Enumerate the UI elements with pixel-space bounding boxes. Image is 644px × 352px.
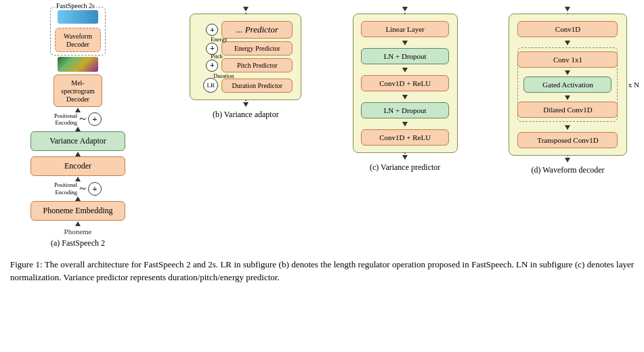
dilated-conv1d-label: Dilated Conv1D	[543, 106, 592, 114]
subfig-c: Linear Layer LN + Dropout Conv1D + ReLU	[346, 7, 465, 173]
variance-adaptor-diagram: + ... Predictor Energy + Energy Predicto…	[190, 14, 301, 100]
arrow-connector-6	[75, 221, 81, 226]
subfig-d: Conv1D Conv 1x1	[502, 7, 634, 175]
subfig-b-label: (b) Variance adaptor	[213, 110, 279, 120]
conv1d-relu-label-2: Conv1D + ReLU	[379, 133, 431, 141]
conv1d-relu-box-1: Conv1D + ReLU	[361, 75, 449, 91]
squiggle-1: ~	[79, 113, 86, 125]
energy-predictor-label: Energy Predictor	[234, 45, 280, 52]
waveform-label: Waveform Decoder	[64, 32, 92, 48]
conv1d-relu-label-1: Conv1D + ReLU	[379, 79, 431, 87]
subfig-d-label: (d) Waveform decoder	[531, 165, 604, 175]
fastspeech2s-box: FastSpeech 2s Waveform Decoder	[50, 7, 106, 56]
subfig-a-label: (a) FastSpeech 2	[51, 238, 105, 248]
gated-activation-box: Gated Activation	[523, 76, 611, 93]
c-v-arrow-1	[402, 41, 408, 45]
figure-container: FastSpeech 2s Waveform Decoder Mel-spect…	[10, 7, 634, 284]
ln-dropout-box-2: LN + Dropout	[361, 102, 449, 118]
arrow-connector-2	[75, 126, 81, 131]
duration-predictor-label: Duration Predictor	[232, 82, 282, 89]
pitch-predictor-box: Pitch Predictor	[221, 58, 293, 72]
energy-label: Energy	[211, 36, 227, 43]
conv1d-top-box: Conv1D	[517, 21, 618, 37]
figure-caption: Figure 1: The overall architecture for F…	[10, 254, 634, 284]
squiggle-2: ~	[79, 183, 86, 195]
arrow-connector-1	[75, 107, 81, 112]
d-arrow-bottom	[565, 156, 570, 162]
c-v-arrow-2	[402, 68, 408, 72]
phoneme-label: Phoneme	[64, 227, 92, 236]
fastspeech2s-label: FastSpeech 2s	[55, 2, 96, 9]
waveform-decoder-box: Waveform Decoder	[55, 28, 101, 52]
d-v-arrow-2	[565, 70, 570, 74]
d-v-arrow-1	[565, 41, 570, 44]
conv1d-top-label: Conv1D	[555, 25, 580, 33]
pitch-predictor-label: Pitch Predictor	[237, 62, 278, 69]
c-arrow-bottom	[402, 153, 408, 160]
encoder-box: Encoder	[30, 156, 125, 176]
xn-label: x N	[628, 81, 639, 89]
transposed-conv1d-box: Transposed Conv1D	[517, 132, 618, 148]
conv1d-relu-box-2: Conv1D + ReLU	[361, 129, 449, 146]
ln-dropout-label-2: LN + Dropout	[384, 106, 427, 114]
circle-plus-2: +	[88, 182, 102, 196]
duration-label: Duration	[213, 72, 234, 79]
pitch-label: Pitch	[211, 53, 222, 60]
pos-enc-row-1: Positional Encoding ~ +	[54, 112, 102, 126]
subfig-c-label: (c) Variance predictor	[370, 162, 440, 173]
d-v-arrow-4	[565, 125, 570, 129]
conv1x1-label: Conv 1x1	[553, 56, 582, 64]
b-arrow-top	[243, 7, 249, 14]
variance-predictor-diagram: Linear Layer LN + Dropout Conv1D + ReLU	[353, 14, 458, 153]
dots-predictor-box: ... Predictor	[221, 21, 293, 39]
arrow-connector-4	[75, 176, 81, 181]
mel-spectrogram-decoder-box: Mel-spectrogram Decoder	[53, 74, 102, 107]
transposed-conv1d-label: Transposed Conv1D	[537, 136, 598, 144]
spectrogram-image	[58, 57, 98, 72]
b-arrow-bottom	[243, 100, 249, 107]
va-circle-plus-dots: +	[206, 24, 218, 36]
subfig-b: + ... Predictor Energy + Energy Predicto…	[183, 7, 308, 120]
energy-predictor-box: Energy Predictor	[221, 41, 293, 56]
variance-adaptor-label: Variance Adaptor	[49, 136, 106, 146]
pos-enc-label-2: Positional Encoding	[54, 181, 77, 195]
waveform-inner-dashed: Conv 1x1 Gated Activation	[517, 47, 618, 122]
conv1x1-box: Conv 1x1	[517, 51, 618, 68]
dots-predictor-label: ... Predictor	[236, 24, 278, 35]
encoder-label: Encoder	[64, 161, 91, 171]
dilated-conv1d-box: Dilated Conv1D	[517, 102, 618, 118]
va-circle-plus-pitch: +	[206, 60, 218, 72]
waveform-decoder-diagram: Conv1D Conv 1x1	[509, 14, 627, 156]
pos-enc-label-1: Positional Encoding	[54, 112, 77, 126]
mel-label: Mel-spectrogram Decoder	[61, 79, 94, 103]
phoneme-embedding-box: Phoneme Embedding	[30, 201, 125, 221]
gated-activation-label: Gated Activation	[542, 81, 593, 89]
c-v-arrow-4	[402, 122, 408, 126]
linear-layer-label: Linear Layer	[386, 25, 425, 33]
diagrams-row: FastSpeech 2s Waveform Decoder Mel-spect…	[10, 7, 634, 248]
c-arrow-top	[402, 7, 408, 14]
arrow-connector-5	[75, 196, 81, 201]
duration-predictor-box: Duration Predictor	[221, 79, 293, 93]
c-v-arrow-3	[402, 95, 408, 99]
ln-dropout-label-1: LN + Dropout	[384, 52, 427, 60]
ln-dropout-box-1: LN + Dropout	[361, 48, 449, 64]
d-arrow-top	[565, 7, 570, 14]
subfig-a: FastSpeech 2s Waveform Decoder Mel-spect…	[10, 7, 146, 248]
waveform-image	[58, 10, 98, 24]
d-v-arrow-3	[565, 95, 570, 99]
phoneme-embedding-label: Phoneme Embedding	[43, 206, 113, 215]
lr-label: LR	[207, 82, 215, 89]
lr-circle: LR	[203, 78, 218, 93]
arrow-connector-3	[75, 151, 81, 156]
circle-plus-1: +	[88, 112, 102, 126]
pos-enc-row-2: Positional Encoding ~ +	[54, 181, 102, 195]
linear-layer-box: Linear Layer	[361, 21, 449, 37]
variance-adaptor-box: Variance Adaptor	[30, 131, 125, 151]
